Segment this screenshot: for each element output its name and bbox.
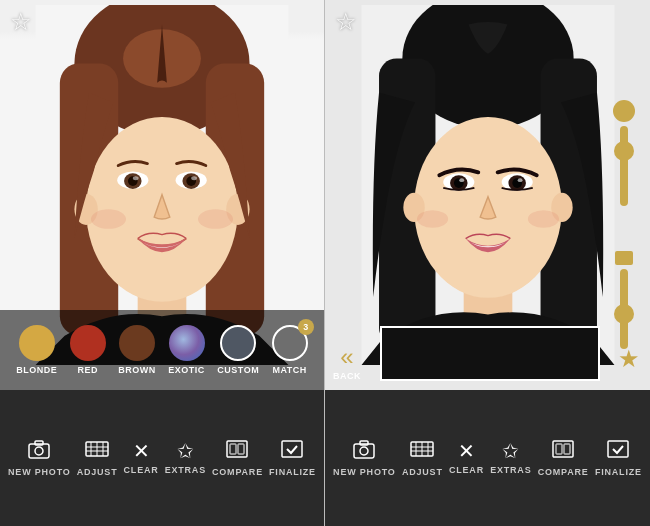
- right-finalize-icon: [606, 439, 630, 463]
- svg-point-15: [133, 176, 139, 180]
- slider-2-track[interactable]: [620, 269, 628, 349]
- svg-rect-30: [238, 444, 244, 454]
- swatch-label-brown: BROWN: [118, 365, 156, 375]
- left-clear-button[interactable]: ✕ CLEAR: [124, 441, 159, 475]
- brush-icon: [613, 100, 635, 122]
- swatch-exotic[interactable]: EXOTIC: [168, 325, 205, 375]
- match-badge: 3: [298, 319, 314, 335]
- left-adjust-label: ADJUST: [77, 467, 118, 477]
- swatch-red[interactable]: RED: [70, 325, 106, 375]
- slider-1-knob[interactable]: [614, 141, 634, 161]
- svg-rect-31: [282, 441, 302, 457]
- swatch-match[interactable]: 3 MATCH: [272, 325, 308, 375]
- swatch-circle-match: 3: [272, 325, 308, 361]
- favorites-star-button[interactable]: ★: [618, 345, 640, 373]
- right-camera-icon: [352, 439, 376, 463]
- compare-icon: [225, 439, 249, 463]
- opacity-icon: [615, 251, 633, 265]
- left-extras-label: EXTRAS: [165, 465, 206, 475]
- right-compare-label: COMPARE: [538, 467, 589, 477]
- slider-1-container: [613, 100, 635, 206]
- left-new-photo-label: NEW PHOTO: [8, 467, 71, 477]
- right-panel: ☆ « BACK ★: [325, 0, 650, 526]
- svg-point-49: [527, 210, 558, 228]
- svg-point-20: [35, 447, 43, 455]
- right-adjust-button[interactable]: ADJUST: [402, 439, 443, 477]
- right-finalize-button[interactable]: FINALIZE: [595, 439, 642, 477]
- swatch-label-exotic: EXOTIC: [168, 365, 205, 375]
- right-toolbar: NEW PHOTO ADJUST ✕ CLEAR ✩ EXTRAS: [325, 390, 650, 526]
- right-compare-button[interactable]: COMPARE: [538, 439, 589, 477]
- slider-2-knob[interactable]: [614, 304, 634, 324]
- svg-rect-60: [556, 444, 562, 454]
- swatch-label-match: MATCH: [273, 365, 307, 375]
- hair-color-swatch-selected[interactable]: [380, 326, 600, 381]
- finalize-icon: [280, 439, 304, 463]
- right-finalize-label: FINALIZE: [595, 467, 642, 477]
- svg-rect-61: [564, 444, 570, 454]
- right-extras-button[interactable]: ✩ EXTRAS: [490, 441, 531, 475]
- back-label: BACK: [333, 371, 361, 381]
- right-clear-button[interactable]: ✕ CLEAR: [449, 441, 484, 475]
- left-adjust-button[interactable]: ADJUST: [77, 439, 118, 477]
- right-extras-label: EXTRAS: [490, 465, 531, 475]
- svg-rect-50: [354, 444, 374, 458]
- right-new-photo-button[interactable]: NEW PHOTO: [333, 439, 396, 477]
- swatch-circle-custom: [220, 325, 256, 361]
- right-clear-icon: ✕: [458, 441, 475, 461]
- svg-rect-21: [35, 441, 43, 445]
- svg-rect-19: [29, 444, 49, 458]
- right-clear-label: CLEAR: [449, 465, 484, 475]
- slider-1-track[interactable]: [620, 126, 628, 206]
- left-compare-button[interactable]: COMPARE: [212, 439, 263, 477]
- svg-point-16: [191, 176, 197, 180]
- left-panel: ☆ BLONDE RED BROWN EXOTIC CUSTOM: [0, 0, 325, 526]
- swatch-circle-blonde: [19, 325, 55, 361]
- svg-point-47: [517, 178, 522, 182]
- right-adjust-label: ADJUST: [402, 467, 443, 477]
- swatch-custom[interactable]: CUSTOM: [217, 325, 259, 375]
- swatch-circle-exotic: [169, 325, 205, 361]
- sliders-area: [613, 100, 635, 349]
- right-toolbar-items: NEW PHOTO ADJUST ✕ CLEAR ✩ EXTRAS: [325, 390, 650, 526]
- swatch-blonde[interactable]: BLONDE: [16, 325, 57, 375]
- swatch-circle-red: [70, 325, 106, 361]
- left-extras-button[interactable]: ✩ EXTRAS: [165, 441, 206, 475]
- color-swatches-bar: BLONDE RED BROWN EXOTIC CUSTOM 3 MATCH: [0, 310, 324, 390]
- svg-rect-52: [360, 441, 368, 445]
- svg-point-17: [91, 209, 126, 228]
- swatch-brown[interactable]: BROWN: [118, 325, 156, 375]
- swatch-label-red: RED: [78, 365, 99, 375]
- left-compare-label: COMPARE: [212, 467, 263, 477]
- right-adjust-icon: [410, 439, 434, 463]
- svg-point-48: [416, 210, 447, 228]
- svg-point-18: [198, 209, 233, 228]
- svg-rect-29: [230, 444, 236, 454]
- left-toolbar-items: NEW PHOTO ADJUST ✕ CLEAR ✩ EXTRAS: [0, 390, 324, 526]
- face-illustration-right: [358, 5, 618, 365]
- adjust-icon: [85, 439, 109, 463]
- left-finalize-button[interactable]: FINALIZE: [269, 439, 316, 477]
- svg-point-46: [459, 178, 464, 182]
- right-extras-star-icon: ✩: [502, 441, 519, 461]
- back-button[interactable]: « BACK: [333, 345, 361, 381]
- slider-2-container: [615, 251, 633, 349]
- back-arrows-icon: «: [340, 345, 353, 369]
- left-new-photo-button[interactable]: NEW PHOTO: [8, 439, 71, 477]
- svg-point-51: [360, 447, 368, 455]
- extras-star-icon: ✩: [177, 441, 194, 461]
- right-star-button[interactable]: ☆: [335, 10, 357, 34]
- left-clear-label: CLEAR: [124, 465, 159, 475]
- camera-icon: [27, 439, 51, 463]
- right-compare-icon: [551, 439, 575, 463]
- left-finalize-label: FINALIZE: [269, 467, 316, 477]
- clear-icon: ✕: [133, 441, 150, 461]
- right-new-photo-label: NEW PHOTO: [333, 467, 396, 477]
- svg-rect-62: [608, 441, 628, 457]
- left-star-button[interactable]: ☆: [10, 10, 32, 34]
- swatch-label-custom: CUSTOM: [217, 365, 259, 375]
- left-toolbar: NEW PHOTO ADJUST ✕ CLEAR ✩ EXTRAS: [0, 390, 324, 526]
- swatch-circle-brown: [119, 325, 155, 361]
- swatch-label-blonde: BLONDE: [16, 365, 57, 375]
